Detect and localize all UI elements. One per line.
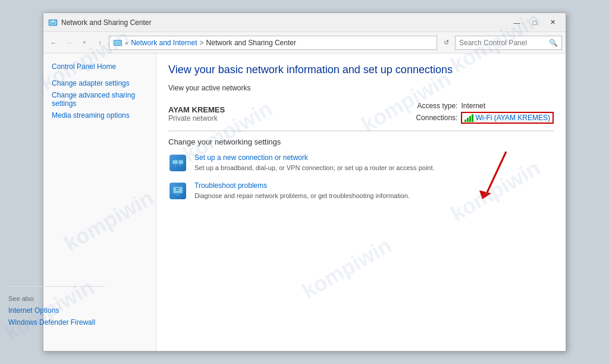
address-path: « Network and Internet > Network and Sha… [109,36,437,50]
connections-label: Connections: [404,114,457,122]
svg-point-2 [52,20,54,22]
sidebar-divider [43,286,105,287]
breadcrumb-icon [113,38,123,48]
svg-rect-8 [178,160,183,164]
sidebar-home-link[interactable]: Control Panel Home [43,61,156,73]
window-controls: — □ ✕ [508,16,561,29]
main-area: Control Panel Home Change adapter settin… [43,54,566,351]
action-item-0: Set up a new connection or network Set u… [168,153,554,172]
svg-rect-4 [114,40,121,45]
troubleshoot-icon-svg [172,185,184,197]
sidebar-advanced-sharing-link[interactable]: Change advanced sharing settings [43,89,156,109]
breadcrumb-separator-0: « [125,39,128,46]
back-button[interactable]: ← [47,36,60,49]
see-also-label: See also [43,293,113,305]
up-button[interactable]: ↑ [93,36,106,49]
breadcrumb-network-internet[interactable]: Network and Internet [131,39,197,47]
sidebar-internet-options-link[interactable]: Internet Options [43,305,113,316]
network-name: AYAM KREMES [168,105,404,114]
window-title: Network and Sharing Center [61,18,508,27]
action-item-1: Troubleshoot problems Diagnose and repai… [168,181,554,200]
sidebar-firewall-link[interactable]: Windows Defender Firewall [43,316,113,328]
sidebar-main-section: Control Panel Home Change adapter settin… [43,61,156,121]
access-type-value: Internet [461,102,485,110]
troubleshoot-icon [168,181,187,200]
network-status: Access type: Internet Connections: [404,102,554,125]
svg-rect-7 [172,160,178,164]
search-box: 🔍 [455,36,562,50]
setup-connection-icon [168,153,187,172]
breadcrumb-current: Network and Sharing Center [206,39,296,47]
setup-connection-desc: Set up a broadband, dial-up, or VPN conn… [194,164,435,171]
access-type-row: Access type: Internet [404,102,554,110]
access-type-label: Access type: [404,102,457,110]
maximize-button[interactable]: □ [526,16,543,29]
minimize-button[interactable]: — [508,16,525,29]
breadcrumb-separator-1: > [200,39,204,47]
troubleshoot-link[interactable]: Troubleshoot problems [194,181,554,190]
close-button[interactable]: ✕ [544,16,561,29]
network-row: AYAM KREMES Private network Access type:… [168,97,554,131]
page-title: View your basic network information and … [168,63,554,77]
active-networks-label: View your active networks [168,84,554,92]
refresh-button[interactable]: ↺ [440,36,453,49]
dropdown-button[interactable]: ▾ [78,36,91,49]
main-window: Network and Sharing Center — □ ✕ ← → ▾ ↑… [43,12,566,352]
wifi-link-box: Wi-Fi (AYAM KREMES) [461,112,554,124]
network-info: AYAM KREMES Private network [168,105,404,123]
sidebar: Control Panel Home Change adapter settin… [43,54,156,351]
connections-row: Connections: Wi-Fi (AYAM KREMES) [404,112,554,124]
action-text-0: Set up a new connection or network Set u… [194,153,554,172]
wifi-connection-link[interactable]: Wi-Fi (AYAM KREMES) [475,114,550,122]
window-icon [48,18,58,27]
title-bar: Network and Sharing Center — □ ✕ [43,13,566,32]
sidebar-media-streaming-link[interactable]: Media streaming options [43,109,156,121]
troubleshoot-desc: Diagnose and repair network problems, or… [194,192,410,199]
action-text-1: Troubleshoot problems Diagnose and repai… [194,181,554,200]
search-icon: 🔍 [549,39,558,47]
wifi-signal-icon [464,114,473,122]
setup-connection-link[interactable]: Set up a new connection or network [194,153,554,162]
connection-icon-svg [172,157,184,169]
network-type: Private network [168,114,404,123]
sidebar-see-also: See also Internet Options Windows Defend… [43,280,113,328]
change-settings-title: Change your networking settings [168,131,554,146]
search-input[interactable] [459,39,549,47]
address-bar: ← → ▾ ↑ « Network and Internet > Network… [43,32,566,54]
content-area: View your basic network information and … [156,54,566,351]
forward-button[interactable]: → [62,36,76,49]
sidebar-adapter-link[interactable]: Change adapter settings [43,77,156,89]
